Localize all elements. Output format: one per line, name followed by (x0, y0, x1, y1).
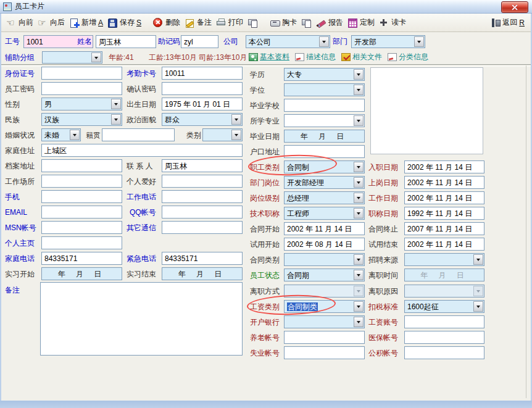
chevron-down-icon[interactable] (354, 317, 364, 327)
salary-acct-input[interactable] (404, 315, 484, 328)
note-button[interactable]: 备注 (185, 17, 212, 28)
post-level-select[interactable]: 总经理 (284, 191, 365, 204)
dept-post-select[interactable]: 开发部经理 (284, 176, 365, 189)
mnemonic-input[interactable]: zyl (181, 35, 218, 48)
email-input[interactable] (41, 206, 122, 219)
chevron-down-icon[interactable] (354, 270, 364, 280)
contract-start-date[interactable]: 2002 年 11 月 14 日 (284, 222, 365, 235)
other-comm-input[interactable] (162, 221, 243, 234)
trial-start-date[interactable]: 2002 年 08 月 14 日 (284, 238, 365, 251)
pension-acct-input[interactable] (284, 331, 365, 344)
native-place-input[interactable] (102, 128, 175, 141)
chevron-down-icon[interactable] (354, 69, 364, 80)
hire-date[interactable]: 2002 年 11 月 14 日 (404, 160, 484, 173)
emp-type-select[interactable]: 合同制 (284, 160, 365, 173)
tab-related-files[interactable]: 相关文件 (341, 52, 382, 62)
work-phone-input[interactable] (162, 190, 243, 203)
idcard-input[interactable] (41, 67, 122, 80)
chevron-down-icon[interactable] (354, 208, 364, 219)
contract-end-date[interactable]: 2007 年 11 月 14 日 (404, 222, 484, 235)
intern-end-date[interactable]: 年 月 日 (162, 267, 243, 280)
print-button[interactable]: 打印 (216, 17, 243, 28)
post-date[interactable]: 2002 年 11 月 14 日 (404, 176, 484, 189)
chevron-down-icon[interactable] (70, 130, 80, 140)
chevron-down-icon[interactable] (414, 36, 424, 47)
remarks-textarea[interactable] (40, 282, 243, 356)
confirm-pwd-input[interactable] (162, 82, 243, 95)
emp-pwd-input[interactable] (41, 82, 122, 95)
nation-select[interactable]: 汉族 (41, 113, 122, 126)
chevron-down-icon[interactable] (354, 162, 364, 172)
reg-addr-input[interactable] (284, 145, 365, 158)
mobile-input[interactable] (41, 190, 122, 203)
chevron-down-icon[interactable] (354, 254, 364, 265)
chevron-down-icon[interactable] (473, 301, 483, 312)
home-addr-input[interactable]: 上城区 (41, 144, 243, 157)
work-date[interactable]: 2002 年 11 月 14 日 (404, 191, 484, 204)
chevron-down-icon[interactable] (111, 114, 121, 125)
chevron-down-icon[interactable] (473, 254, 483, 265)
return-button[interactable]: 返回R (490, 17, 525, 28)
recruit-source-select[interactable] (404, 253, 484, 266)
file-addr-input[interactable] (41, 159, 122, 172)
customize-button[interactable]: 定制 (347, 17, 375, 28)
bank-select[interactable] (284, 315, 365, 328)
degree-select[interactable] (284, 83, 365, 96)
print-preview-button[interactable] (247, 18, 258, 28)
read-card-button[interactable]: 读卡 (379, 17, 406, 28)
chevron-down-icon[interactable] (91, 52, 101, 62)
chevron-down-icon[interactable] (231, 114, 241, 125)
tab-desc-info[interactable]: 描述信息 (295, 52, 336, 62)
title-date[interactable]: 1992 年 11 月 14 日 (404, 207, 484, 220)
chevron-down-icon[interactable] (354, 193, 364, 203)
intern-start-date[interactable]: 年 月 日 (41, 267, 122, 280)
emp-status-select[interactable]: 合同期 (284, 269, 365, 281)
chevron-down-icon[interactable] (231, 130, 241, 140)
emergency-phone-input[interactable]: 84335171 (162, 252, 243, 265)
contact-input[interactable]: 周玉林 (162, 159, 243, 172)
tax-std-select[interactable]: 1600起征 (404, 300, 484, 313)
fund-acct-input[interactable] (404, 346, 484, 359)
grad-school-input[interactable] (284, 99, 365, 112)
home-phone-input[interactable]: 84335171 (41, 252, 122, 265)
contract-type-select[interactable] (284, 253, 365, 266)
gender-select[interactable]: 男 (41, 98, 122, 110)
name-input[interactable]: 周玉林 (96, 35, 156, 48)
badge-button[interactable]: 胸卡 (270, 17, 297, 28)
close-icon[interactable] (501, 1, 528, 13)
chevron-down-icon[interactable] (319, 36, 329, 47)
chevron-down-icon[interactable] (354, 115, 364, 126)
birth-date-input[interactable]: 1975 年 01 月 01 日 (162, 98, 243, 110)
aux-group-select[interactable] (42, 51, 102, 64)
tab-class-info[interactable]: 分类信息 (388, 52, 428, 62)
hobby-input[interactable] (162, 175, 243, 188)
trial-end-date[interactable]: 2002 年 11 月 14 日 (404, 238, 484, 251)
new-button[interactable]: 新增A (69, 17, 103, 28)
tab-basic-info[interactable]: 基本资料 (249, 52, 289, 62)
chevron-down-icon[interactable] (354, 85, 364, 95)
workplace-input[interactable] (41, 175, 122, 188)
grad-date[interactable]: 年 月 日 (284, 130, 365, 143)
chevron-down-icon[interactable] (354, 301, 364, 312)
marital-select[interactable]: 未婚 (41, 128, 81, 141)
homepage-input[interactable] (41, 236, 122, 249)
unemploy-acct-input[interactable] (284, 346, 365, 359)
medical-acct-input[interactable] (404, 331, 484, 344)
tech-title-select[interactable]: 工程师 (284, 207, 365, 220)
report-button[interactable]: 报告 (316, 17, 343, 28)
education-select[interactable]: 大专 (284, 68, 365, 81)
msn-input[interactable] (41, 221, 122, 234)
next-button[interactable]: 向后 (38, 17, 65, 28)
delete-button[interactable]: 删除 (153, 17, 180, 28)
category-select[interactable] (202, 128, 243, 141)
chevron-down-icon[interactable] (111, 99, 121, 109)
qq-input[interactable] (162, 206, 243, 219)
attend-card-input[interactable]: 10011 (162, 67, 243, 80)
major-select[interactable] (284, 114, 365, 127)
company-select[interactable]: 本公司 (246, 35, 330, 48)
badge-preview-button[interactable] (301, 18, 312, 28)
salary-type-select[interactable]: 合同制类 (284, 300, 365, 313)
political-select[interactable]: 群众 (162, 113, 243, 126)
department-select[interactable]: 开发部 (351, 35, 425, 48)
save-button[interactable]: 保存S (107, 17, 141, 28)
